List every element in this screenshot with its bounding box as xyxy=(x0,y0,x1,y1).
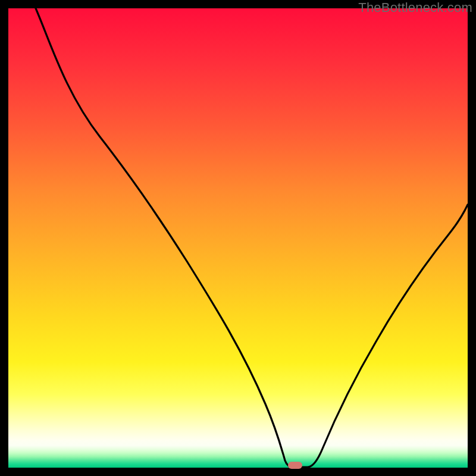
bottleneck-curve xyxy=(8,8,468,468)
watermark-text: TheBottleneck.com xyxy=(358,0,472,15)
optimum-marker xyxy=(288,462,302,469)
chart-frame xyxy=(8,8,468,468)
